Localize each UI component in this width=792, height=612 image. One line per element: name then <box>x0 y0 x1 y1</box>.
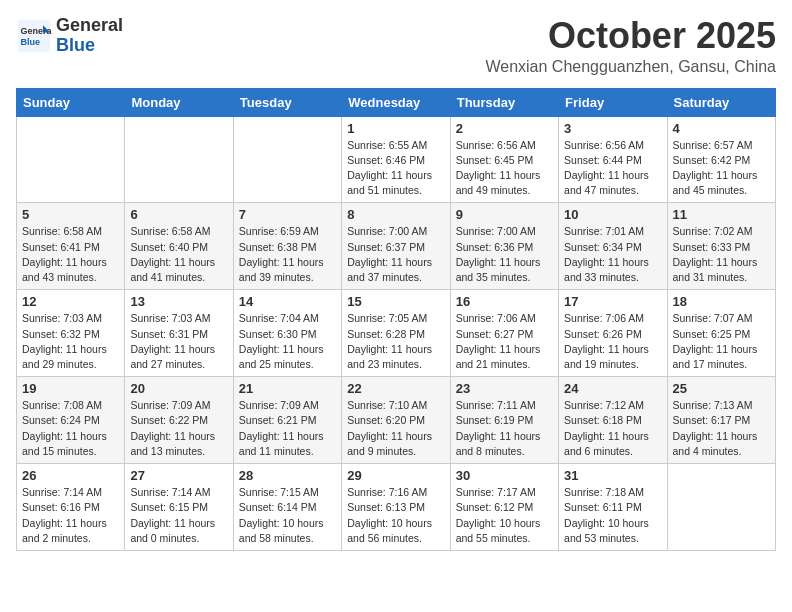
weekday-header-sunday: Sunday <box>17 88 125 116</box>
weekday-header-monday: Monday <box>125 88 233 116</box>
day-info: Sunrise: 6:58 AMSunset: 6:41 PMDaylight:… <box>22 224 119 285</box>
day-number: 10 <box>564 207 661 222</box>
calendar-week-row: 1Sunrise: 6:55 AMSunset: 6:46 PMDaylight… <box>17 116 776 203</box>
weekday-header-friday: Friday <box>559 88 667 116</box>
calendar-day-30: 30Sunrise: 7:17 AMSunset: 6:12 PMDayligh… <box>450 464 558 551</box>
day-number: 27 <box>130 468 227 483</box>
calendar-day-15: 15Sunrise: 7:05 AMSunset: 6:28 PMDayligh… <box>342 290 450 377</box>
calendar-day-16: 16Sunrise: 7:06 AMSunset: 6:27 PMDayligh… <box>450 290 558 377</box>
calendar-day-2: 2Sunrise: 6:56 AMSunset: 6:45 PMDaylight… <box>450 116 558 203</box>
day-number: 24 <box>564 381 661 396</box>
day-number: 20 <box>130 381 227 396</box>
calendar-day-29: 29Sunrise: 7:16 AMSunset: 6:13 PMDayligh… <box>342 464 450 551</box>
day-info: Sunrise: 6:59 AMSunset: 6:38 PMDaylight:… <box>239 224 336 285</box>
calendar-day-25: 25Sunrise: 7:13 AMSunset: 6:17 PMDayligh… <box>667 377 775 464</box>
calendar-day-24: 24Sunrise: 7:12 AMSunset: 6:18 PMDayligh… <box>559 377 667 464</box>
calendar-day-8: 8Sunrise: 7:00 AMSunset: 6:37 PMDaylight… <box>342 203 450 290</box>
location-title: Wenxian Chengguanzhen, Gansu, China <box>485 58 776 76</box>
weekday-header-wednesday: Wednesday <box>342 88 450 116</box>
day-number: 3 <box>564 121 661 136</box>
day-info: Sunrise: 6:56 AMSunset: 6:45 PMDaylight:… <box>456 138 553 199</box>
weekday-header-thursday: Thursday <box>450 88 558 116</box>
calendar-day-17: 17Sunrise: 7:06 AMSunset: 6:26 PMDayligh… <box>559 290 667 377</box>
calendar-empty-cell <box>667 464 775 551</box>
day-number: 4 <box>673 121 770 136</box>
calendar-day-5: 5Sunrise: 6:58 AMSunset: 6:41 PMDaylight… <box>17 203 125 290</box>
day-info: Sunrise: 7:03 AMSunset: 6:31 PMDaylight:… <box>130 311 227 372</box>
calendar-day-7: 7Sunrise: 6:59 AMSunset: 6:38 PMDaylight… <box>233 203 341 290</box>
day-info: Sunrise: 7:01 AMSunset: 6:34 PMDaylight:… <box>564 224 661 285</box>
day-info: Sunrise: 7:18 AMSunset: 6:11 PMDaylight:… <box>564 485 661 546</box>
day-info: Sunrise: 7:00 AMSunset: 6:36 PMDaylight:… <box>456 224 553 285</box>
svg-text:Blue: Blue <box>21 37 41 47</box>
day-number: 31 <box>564 468 661 483</box>
logo-text: General Blue <box>56 16 123 56</box>
day-number: 25 <box>673 381 770 396</box>
calendar-day-18: 18Sunrise: 7:07 AMSunset: 6:25 PMDayligh… <box>667 290 775 377</box>
day-info: Sunrise: 6:56 AMSunset: 6:44 PMDaylight:… <box>564 138 661 199</box>
weekday-header-tuesday: Tuesday <box>233 88 341 116</box>
weekday-header-saturday: Saturday <box>667 88 775 116</box>
day-info: Sunrise: 6:58 AMSunset: 6:40 PMDaylight:… <box>130 224 227 285</box>
day-info: Sunrise: 7:16 AMSunset: 6:13 PMDaylight:… <box>347 485 444 546</box>
day-info: Sunrise: 7:02 AMSunset: 6:33 PMDaylight:… <box>673 224 770 285</box>
calendar-empty-cell <box>233 116 341 203</box>
calendar-week-row: 12Sunrise: 7:03 AMSunset: 6:32 PMDayligh… <box>17 290 776 377</box>
day-number: 16 <box>456 294 553 309</box>
calendar-day-14: 14Sunrise: 7:04 AMSunset: 6:30 PMDayligh… <box>233 290 341 377</box>
day-info: Sunrise: 7:14 AMSunset: 6:15 PMDaylight:… <box>130 485 227 546</box>
calendar-day-4: 4Sunrise: 6:57 AMSunset: 6:42 PMDaylight… <box>667 116 775 203</box>
day-number: 7 <box>239 207 336 222</box>
day-info: Sunrise: 7:13 AMSunset: 6:17 PMDaylight:… <box>673 398 770 459</box>
day-number: 23 <box>456 381 553 396</box>
calendar-day-19: 19Sunrise: 7:08 AMSunset: 6:24 PMDayligh… <box>17 377 125 464</box>
day-info: Sunrise: 7:04 AMSunset: 6:30 PMDaylight:… <box>239 311 336 372</box>
month-title: October 2025 <box>485 16 776 56</box>
day-number: 26 <box>22 468 119 483</box>
calendar-week-row: 5Sunrise: 6:58 AMSunset: 6:41 PMDaylight… <box>17 203 776 290</box>
calendar-day-12: 12Sunrise: 7:03 AMSunset: 6:32 PMDayligh… <box>17 290 125 377</box>
day-number: 22 <box>347 381 444 396</box>
day-number: 19 <box>22 381 119 396</box>
day-number: 8 <box>347 207 444 222</box>
calendar-week-row: 19Sunrise: 7:08 AMSunset: 6:24 PMDayligh… <box>17 377 776 464</box>
day-number: 13 <box>130 294 227 309</box>
day-info: Sunrise: 7:14 AMSunset: 6:16 PMDaylight:… <box>22 485 119 546</box>
day-info: Sunrise: 7:15 AMSunset: 6:14 PMDaylight:… <box>239 485 336 546</box>
day-number: 14 <box>239 294 336 309</box>
logo: General Blue General Blue <box>16 16 123 56</box>
day-number: 11 <box>673 207 770 222</box>
day-info: Sunrise: 7:17 AMSunset: 6:12 PMDaylight:… <box>456 485 553 546</box>
calendar-day-21: 21Sunrise: 7:09 AMSunset: 6:21 PMDayligh… <box>233 377 341 464</box>
day-info: Sunrise: 7:12 AMSunset: 6:18 PMDaylight:… <box>564 398 661 459</box>
calendar-day-23: 23Sunrise: 7:11 AMSunset: 6:19 PMDayligh… <box>450 377 558 464</box>
day-info: Sunrise: 6:57 AMSunset: 6:42 PMDaylight:… <box>673 138 770 199</box>
day-number: 17 <box>564 294 661 309</box>
day-number: 15 <box>347 294 444 309</box>
day-info: Sunrise: 7:10 AMSunset: 6:20 PMDaylight:… <box>347 398 444 459</box>
calendar-day-3: 3Sunrise: 6:56 AMSunset: 6:44 PMDaylight… <box>559 116 667 203</box>
day-info: Sunrise: 7:03 AMSunset: 6:32 PMDaylight:… <box>22 311 119 372</box>
page-header: General Blue General Blue October 2025 W… <box>16 16 776 76</box>
day-number: 28 <box>239 468 336 483</box>
calendar-day-28: 28Sunrise: 7:15 AMSunset: 6:14 PMDayligh… <box>233 464 341 551</box>
day-info: Sunrise: 7:00 AMSunset: 6:37 PMDaylight:… <box>347 224 444 285</box>
day-info: Sunrise: 7:05 AMSunset: 6:28 PMDaylight:… <box>347 311 444 372</box>
day-info: Sunrise: 7:08 AMSunset: 6:24 PMDaylight:… <box>22 398 119 459</box>
calendar-day-9: 9Sunrise: 7:00 AMSunset: 6:36 PMDaylight… <box>450 203 558 290</box>
day-number: 30 <box>456 468 553 483</box>
calendar-day-1: 1Sunrise: 6:55 AMSunset: 6:46 PMDaylight… <box>342 116 450 203</box>
calendar-day-13: 13Sunrise: 7:03 AMSunset: 6:31 PMDayligh… <box>125 290 233 377</box>
day-number: 6 <box>130 207 227 222</box>
day-info: Sunrise: 6:55 AMSunset: 6:46 PMDaylight:… <box>347 138 444 199</box>
day-number: 9 <box>456 207 553 222</box>
day-info: Sunrise: 7:06 AMSunset: 6:26 PMDaylight:… <box>564 311 661 372</box>
day-info: Sunrise: 7:06 AMSunset: 6:27 PMDaylight:… <box>456 311 553 372</box>
calendar-day-11: 11Sunrise: 7:02 AMSunset: 6:33 PMDayligh… <box>667 203 775 290</box>
calendar-empty-cell <box>125 116 233 203</box>
calendar-day-20: 20Sunrise: 7:09 AMSunset: 6:22 PMDayligh… <box>125 377 233 464</box>
calendar-day-26: 26Sunrise: 7:14 AMSunset: 6:16 PMDayligh… <box>17 464 125 551</box>
day-number: 12 <box>22 294 119 309</box>
logo-icon: General Blue <box>16 18 52 54</box>
calendar-table: SundayMondayTuesdayWednesdayThursdayFrid… <box>16 88 776 551</box>
